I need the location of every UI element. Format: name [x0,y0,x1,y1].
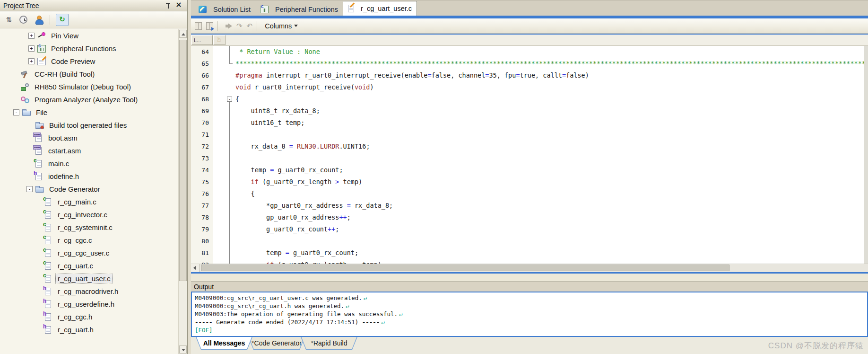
tree-item[interactable]: r_cg_uart_user.c [0,272,178,285]
bookmark-margin[interactable] [213,46,226,58]
forward-arrow-icon[interactable] [228,23,232,29]
code-line[interactable]: 75 if (g_uart0_rx_length > temp) [191,176,868,188]
bookmark-margin[interactable] [213,105,226,117]
tree-item[interactable]: +Peripheral Functions [0,42,178,55]
code-line[interactable]: 79 g_uart0_rx_count++; [191,223,868,235]
tree-item-label[interactable]: r_cg_systeminit.c [56,223,114,232]
tree-item-label[interactable]: Build tool generated files [47,121,129,130]
output-tab--rapid-build[interactable]: *Rapid Build [301,337,357,350]
tree-item[interactable]: boot.asm [0,132,178,144]
tree-item[interactable]: r_cg_uart.h [0,323,178,336]
code-line[interactable]: 74 temp = g_uart0_rx_count; [191,164,868,176]
scroll-up-button[interactable] [179,30,187,38]
line-number-column-header[interactable]: L... [191,35,213,45]
tree-item-label[interactable]: File [34,108,49,117]
bookmark-margin[interactable] [213,58,226,70]
tab-solution-list[interactable]: Solution List [194,3,255,16]
code-line[interactable]: 77 *gp_uart0_rx_address = rx_data_8; [191,200,868,212]
bookmark-margin[interactable] [213,188,226,200]
columns-button[interactable]: Columns [261,21,301,31]
fold-collapse-icon[interactable] [226,93,234,105]
code-lines[interactable]: 64 * Return Value : None65**************… [191,46,868,264]
undo-icon[interactable] [247,22,253,30]
tree-item-label[interactable]: boot.asm [46,133,79,142]
tree-item-label[interactable]: r_cg_intvector.c [56,210,109,219]
tree-item-label[interactable]: r_cg_uart_user.c [56,274,113,283]
tree-item[interactable]: +Code Preview [0,55,178,68]
tab-r-cg-uart-user-c[interactable]: r_cg_uart_user.c [343,1,417,16]
scroll-thumb[interactable] [201,265,729,271]
code-line[interactable]: 64 * Return Value : None [191,46,868,58]
code-line[interactable]: 68{ [191,93,868,105]
tree-item-label[interactable]: r_cg_uart.c [56,261,95,270]
bookmark-margin[interactable] [213,93,226,105]
bookmark-margin[interactable] [213,81,226,93]
code-line[interactable]: 71 [191,129,868,141]
tree-item[interactable]: main.c [0,157,178,170]
tree-item[interactable]: Build tool generated files [0,119,178,132]
redo-icon[interactable] [236,22,243,30]
code-line[interactable]: 81 temp = g_uart0_rx_count; [191,247,868,259]
bookmark-margin[interactable] [213,247,226,259]
bookmark-margin[interactable] [213,70,226,81]
tree-item[interactable]: r_cg_macrodriver.h [0,285,178,298]
insert-column-go-icon[interactable] [206,22,213,30]
tree-item[interactable]: -File [0,106,178,119]
tree-item[interactable]: iodefine.h [0,170,178,183]
bookmark-margin[interactable] [213,176,226,188]
tree-item[interactable]: r_cg_systeminit.c [0,221,178,234]
panel-splitter[interactable] [188,0,191,354]
bookmark-margin[interactable] [213,223,226,235]
code-line[interactable]: 78 gp_uart0_rx_address++; [191,212,868,223]
tree-item[interactable]: r_cg_cgc.h [0,310,178,323]
code-line[interactable]: 72 rx_data_8 = RLN30.LURDR.UINT16; [191,141,868,152]
scroll-thumb[interactable] [179,40,187,281]
insert-column-icon[interactable] [195,22,202,30]
tree-item[interactable]: r_cg_uart.c [0,259,178,272]
expand-icon[interactable]: + [28,45,35,52]
bookmark-margin[interactable] [213,235,226,247]
scroll-left-button[interactable] [191,264,200,272]
sort-icon[interactable] [4,15,14,25]
tree-item-label[interactable]: r_cg_cgc.h [56,312,94,321]
tree-item[interactable]: r_cg_userdefine.h [0,298,178,310]
bookmark-margin[interactable] [213,117,226,129]
pin-icon[interactable] [165,3,171,9]
bookmark-margin[interactable] [213,212,226,223]
code-line[interactable]: 70 uint16_t temp; [191,117,868,129]
collapse-icon[interactable]: - [26,186,33,192]
code-line[interactable]: 73 [191,152,868,164]
tree-item-label[interactable]: r_cg_cgc.c [56,236,94,245]
code-line[interactable]: 65**************************************… [191,58,868,70]
code-line[interactable]: 82 if (g_uart0_rx_length == temp) [191,259,868,264]
tree-item-label[interactable]: r_cg_uart.h [56,325,95,334]
tree-item[interactable]: r_cg_cgc.c [0,234,178,247]
tree-item-label[interactable]: cstart.asm [46,146,83,155]
code-line[interactable]: 76 { [191,188,868,200]
tree-item[interactable]: cstart.asm [0,144,178,157]
bookmark-margin[interactable] [213,152,226,164]
expand-icon[interactable]: + [28,33,35,39]
tree-item-label[interactable]: Code Generator [47,185,102,194]
tree-item[interactable]: r_cg_cgc_user.c [0,247,178,259]
output-tab-all-messages[interactable]: All Messages [196,337,252,350]
tree-item-label[interactable]: Pin View [49,31,80,40]
tree-item-label[interactable]: Code Preview [49,57,97,66]
tree-item-label[interactable]: iodefine.h [46,172,81,181]
refresh-icon[interactable] [56,14,69,26]
code-editor[interactable]: L... 64 * Return Value : None65*********… [191,35,868,274]
bookmark-column-header[interactable] [213,35,226,45]
tree-item[interactable]: CC-RH (Build Tool) [0,68,178,80]
collapse-icon[interactable]: - [13,109,19,115]
code-line[interactable]: 80 [191,235,868,247]
expand-icon[interactable]: + [28,58,35,64]
clock-icon[interactable] [19,16,27,24]
tree-item-label[interactable]: CC-RH (Build Tool) [33,70,96,79]
tree-scrollbar[interactable] [178,29,187,354]
close-icon[interactable] [175,0,182,9]
bookmark-margin[interactable] [213,200,226,212]
code-line[interactable]: 66#pragma interrupt r_uart0_interrupt_re… [191,70,868,81]
horizontal-scrollbar[interactable] [191,264,868,272]
tree-item[interactable]: +Pin View [0,29,178,42]
tree-item-label[interactable]: main.c [46,159,71,168]
